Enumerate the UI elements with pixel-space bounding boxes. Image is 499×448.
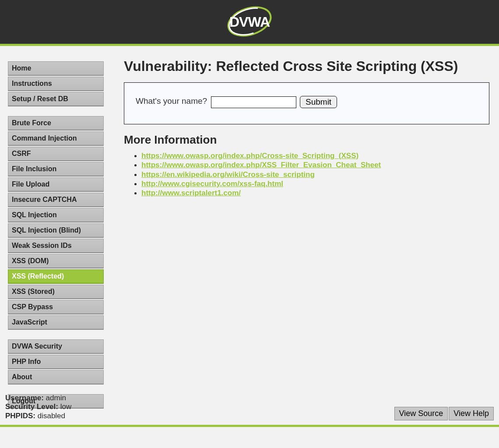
status-username: Username: admin [5,394,71,402]
status-block: Username: admin Security Level: low PHPI… [5,394,71,420]
security-value: low [60,402,72,411]
phpids-label: PHPIDS: [5,412,35,420]
view-source-button[interactable]: View Source [394,407,448,420]
sidebar-item-about[interactable]: About [8,370,104,385]
view-help-button[interactable]: View Help [449,407,494,420]
info-link-item: http://www.cgisecurity.com/xss-faq.html [141,179,489,188]
header: DVWA [0,0,499,46]
sidebar-item-dvwa-security[interactable]: DVWA Security [8,339,104,354]
sidebar-item-instructions[interactable]: Instructions [8,77,104,91]
sidebar-item-insecure-captcha[interactable]: Insecure CAPTCHA [8,193,104,207]
username-label: Username: [5,394,44,402]
sidebar-item-file-inclusion[interactable]: File Inclusion [8,162,104,176]
sidebar-item-xss-reflected[interactable]: XSS (Reflected) [8,269,104,284]
sidebar-item-php-info[interactable]: PHP Info [8,355,104,369]
dvwa-logo-icon: DVWA [219,4,280,40]
svg-text:DVWA: DVWA [229,14,270,30]
content-wrap: HomeInstructionsSetup / Reset DBBrute Fo… [0,46,499,427]
info-link-item: http://www.scriptalert1.com/ [141,188,489,198]
sidebar-item-command-injection[interactable]: Command Injection [8,131,104,146]
name-form: What's your name? Submit [124,82,489,124]
info-links-list: https://www.owasp.org/index.php/Cross-si… [124,151,489,198]
sidebar-item-sql-injection-blind[interactable]: SQL Injection (Blind) [8,223,104,238]
sidebar-item-xss-dom[interactable]: XSS (DOM) [8,254,104,268]
info-link-item: https://www.owasp.org/index.php/XSS_Filt… [141,160,489,169]
info-link[interactable]: http://www.cgisecurity.com/xss-faq.html [141,180,283,188]
footer-buttons: View Source View Help [394,407,494,420]
sidebar: HomeInstructionsSetup / Reset DBBrute Fo… [0,46,112,427]
info-link-item: https://www.owasp.org/index.php/Cross-si… [141,151,489,160]
phpids-value: disabled [38,412,65,420]
sidebar-item-xss-stored[interactable]: XSS (Stored) [8,285,104,299]
submit-button[interactable]: Submit [300,96,337,108]
menu-group: Brute ForceCommand InjectionCSRFFile Inc… [8,116,104,330]
page-title: Vulnerability: Reflected Cross Site Scri… [124,58,489,74]
info-link[interactable]: https://en.wikipedia.org/wiki/Cross-site… [141,170,315,179]
sidebar-item-sql-injection[interactable]: SQL Injection [8,208,104,222]
info-link-item: https://en.wikipedia.org/wiki/Cross-site… [141,170,489,179]
sidebar-item-csp-bypass[interactable]: CSP Bypass [8,300,104,314]
status-security: Security Level: low [5,402,71,411]
sidebar-item-home[interactable]: Home [8,61,104,76]
info-link[interactable]: https://www.owasp.org/index.php/Cross-si… [141,152,358,160]
username-value: admin [46,394,66,402]
menu-group: DVWA SecurityPHP InfoAbout [8,339,104,385]
more-info-heading: More Information [124,133,489,147]
sidebar-item-file-upload[interactable]: File Upload [8,177,104,192]
name-prompt-label: What's your name? [136,96,207,106]
sidebar-item-weak-session-ids[interactable]: Weak Session IDs [8,239,104,253]
sidebar-item-brute-force[interactable]: Brute Force [8,116,104,131]
name-input[interactable] [211,96,296,108]
menu-group: HomeInstructionsSetup / Reset DB [8,61,104,106]
status-phpids: PHPIDS: disabled [5,412,71,420]
sidebar-item-javascript[interactable]: JavaScript [8,315,104,330]
main-content: Vulnerability: Reflected Cross Site Scri… [112,46,499,427]
logo: DVWA [219,4,280,40]
security-label: Security Level: [5,402,58,411]
info-link[interactable]: http://www.scriptalert1.com/ [141,189,241,197]
footer: Username: admin Security Level: low PHPI… [0,390,499,427]
sidebar-item-setup[interactable]: Setup / Reset DB [8,92,104,106]
sidebar-item-csrf[interactable]: CSRF [8,147,104,161]
info-link[interactable]: https://www.owasp.org/index.php/XSS_Filt… [141,161,381,169]
